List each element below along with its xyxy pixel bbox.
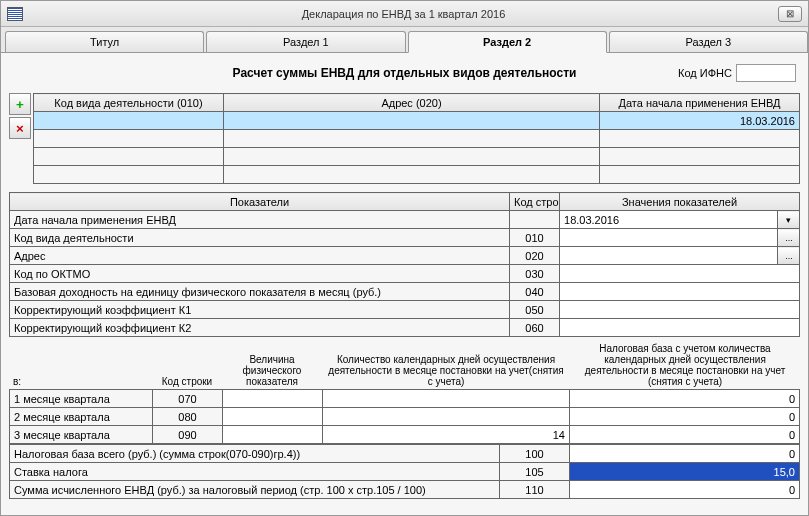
month-section: в: Код строки Величина физического показ… bbox=[9, 343, 800, 499]
month-base[interactable]: 0 bbox=[570, 390, 800, 408]
mh-v: в: bbox=[9, 376, 152, 387]
chevron-down-icon: ▾ bbox=[782, 213, 796, 227]
section-title: Расчет суммы ЕНВД для отдельных видов де… bbox=[233, 66, 577, 80]
param-row-base-profit: Базовая доходность на единицу физическог… bbox=[10, 283, 800, 301]
cell-start-date[interactable]: 18.03.2016 bbox=[600, 112, 800, 130]
tab-razdel-1[interactable]: Раздел 1 bbox=[206, 31, 405, 52]
add-row-button[interactable]: + bbox=[9, 93, 31, 115]
param-value[interactable] bbox=[560, 265, 800, 283]
col-start-date[interactable]: Дата начала применения ЕНВД bbox=[600, 94, 800, 112]
month-days[interactable] bbox=[323, 390, 570, 408]
close-button[interactable]: ⊠ bbox=[778, 6, 802, 22]
month-row-3: 3 месяце квартала 090 14 0 bbox=[10, 426, 800, 444]
summary-table: Налоговая база всего (руб.) (сумма строк… bbox=[9, 444, 800, 499]
tabs: Титул Раздел 1 Раздел 2 Раздел 3 bbox=[1, 27, 808, 53]
tab-razdel-2[interactable]: Раздел 2 bbox=[408, 31, 607, 53]
month-days[interactable] bbox=[323, 408, 570, 426]
month-phys[interactable] bbox=[223, 408, 323, 426]
summary-code: 100 bbox=[500, 445, 570, 463]
param-code: 060 bbox=[510, 319, 560, 337]
param-label: Базовая доходность на единицу физическог… bbox=[10, 283, 510, 301]
summary-label: Налоговая база всего (руб.) (сумма строк… bbox=[10, 445, 500, 463]
month-label: 2 месяце квартала bbox=[10, 408, 153, 426]
param-row-k1: Корректирующий коэффициент К1 050 bbox=[10, 301, 800, 319]
param-row-start-date: Дата начала применения ЕНВД 18.03.2016 ▾ bbox=[10, 211, 800, 229]
summary-value[interactable]: 0 bbox=[570, 481, 800, 499]
param-value[interactable] bbox=[560, 229, 778, 247]
param-row-activity-code: Код вида деятельности 010 ... bbox=[10, 229, 800, 247]
app-icon bbox=[7, 7, 23, 21]
param-label: Код по ОКТМО bbox=[10, 265, 510, 283]
col-address[interactable]: Адрес (020) bbox=[224, 94, 600, 112]
col-activity-code[interactable]: Код вида деятельности (010) bbox=[34, 94, 224, 112]
param-value[interactable] bbox=[560, 247, 778, 265]
dropdown-button[interactable]: ▾ bbox=[777, 211, 799, 229]
month-code: 090 bbox=[153, 426, 223, 444]
mh-base: Налоговая база с учетом количества кален… bbox=[570, 343, 800, 387]
mh-days: Количество календарных дней осуществлени… bbox=[322, 354, 570, 387]
grid-side-buttons: + × bbox=[9, 93, 31, 184]
tab-titul[interactable]: Титул bbox=[5, 31, 204, 52]
param-value[interactable] bbox=[560, 319, 800, 337]
summary-row-base-total: Налоговая база всего (руб.) (сумма строк… bbox=[10, 445, 800, 463]
col-indicators: Показатели bbox=[10, 193, 510, 211]
kod-ifns-group: Код ИФНС bbox=[678, 64, 796, 82]
app-window: Декларация по ЕНВД за 1 квартал 2016 ⊠ Т… bbox=[0, 0, 809, 516]
month-phys[interactable] bbox=[223, 426, 323, 444]
month-row-1: 1 месяце квартала 070 0 bbox=[10, 390, 800, 408]
param-code: 010 bbox=[510, 229, 560, 247]
param-label: Код вида деятельности bbox=[10, 229, 510, 247]
parameters-table: Показатели Код строки Значения показател… bbox=[9, 192, 800, 337]
delete-row-button[interactable]: × bbox=[9, 117, 31, 139]
cell-address[interactable] bbox=[224, 112, 600, 130]
param-code: 040 bbox=[510, 283, 560, 301]
param-row-oktmo: Код по ОКТМО 030 bbox=[10, 265, 800, 283]
month-label: 1 месяце квартала bbox=[10, 390, 153, 408]
param-value[interactable] bbox=[560, 301, 800, 319]
grid-row-empty[interactable] bbox=[34, 148, 800, 166]
activity-grid[interactable]: Код вида деятельности (010) Адрес (020) … bbox=[33, 93, 800, 184]
close-icon: ⊠ bbox=[786, 8, 794, 19]
param-code: 050 bbox=[510, 301, 560, 319]
summary-value[interactable]: 0 bbox=[570, 445, 800, 463]
month-base[interactable]: 0 bbox=[570, 408, 800, 426]
grid-row-selected[interactable]: 18.03.2016 bbox=[34, 112, 800, 130]
ellipsis-icon: ... bbox=[782, 249, 796, 263]
section-header: Расчет суммы ЕНВД для отдельных видов де… bbox=[9, 59, 800, 87]
mh-code: Код строки bbox=[152, 376, 222, 387]
summary-code: 105 bbox=[500, 463, 570, 481]
grid-row-empty[interactable] bbox=[34, 166, 800, 184]
month-headers: в: Код строки Величина физического показ… bbox=[9, 343, 800, 387]
param-value[interactable]: 18.03.2016 bbox=[560, 211, 778, 229]
param-code bbox=[510, 211, 560, 229]
cell-activity-code[interactable] bbox=[34, 112, 224, 130]
param-row-k2: Корректирующий коэффициент К2 060 bbox=[10, 319, 800, 337]
mh-phys: Величина физического показателя bbox=[222, 354, 322, 387]
param-code: 030 bbox=[510, 265, 560, 283]
window-title: Декларация по ЕНВД за 1 квартал 2016 bbox=[29, 8, 778, 20]
col-values: Значения показателей bbox=[560, 193, 800, 211]
month-base[interactable]: 0 bbox=[570, 426, 800, 444]
kod-ifns-input[interactable] bbox=[736, 64, 796, 82]
summary-label: Ставка налога bbox=[10, 463, 500, 481]
month-row-2: 2 месяце квартала 080 0 bbox=[10, 408, 800, 426]
ellipsis-icon: ... bbox=[782, 231, 796, 245]
month-days[interactable]: 14 bbox=[323, 426, 570, 444]
month-phys[interactable] bbox=[223, 390, 323, 408]
month-label: 3 месяце квартала bbox=[10, 426, 153, 444]
summary-value-active[interactable]: 15,0 bbox=[570, 463, 800, 481]
month-code: 070 bbox=[153, 390, 223, 408]
param-value[interactable] bbox=[560, 283, 800, 301]
grid-row-empty[interactable] bbox=[34, 130, 800, 148]
tab-razdel-3[interactable]: Раздел 3 bbox=[609, 31, 808, 52]
titlebar: Декларация по ЕНВД за 1 квартал 2016 ⊠ bbox=[1, 1, 808, 27]
ellipsis-button[interactable]: ... bbox=[777, 247, 799, 265]
summary-label: Сумма исчисленного ЕНВД (руб.) за налого… bbox=[10, 481, 500, 499]
ellipsis-button[interactable]: ... bbox=[777, 229, 799, 247]
param-row-address: Адрес 020 ... bbox=[10, 247, 800, 265]
top-grid-wrap: + × Код вида деятельности (010) Адрес (0… bbox=[9, 93, 800, 184]
param-label: Дата начала применения ЕНВД bbox=[10, 211, 510, 229]
summary-row-tax-sum: Сумма исчисленного ЕНВД (руб.) за налого… bbox=[10, 481, 800, 499]
month-code: 080 bbox=[153, 408, 223, 426]
month-table: 1 месяце квартала 070 0 2 месяце квартал… bbox=[9, 389, 800, 444]
